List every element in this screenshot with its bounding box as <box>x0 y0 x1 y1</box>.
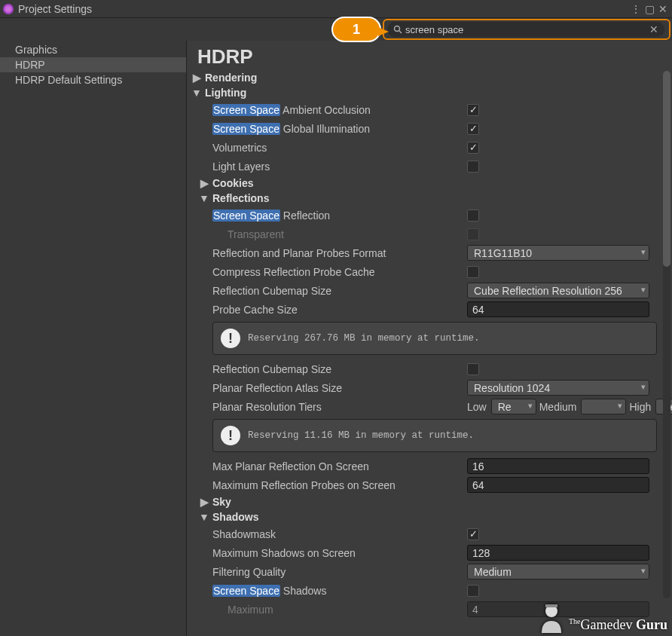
search-icon <box>393 25 402 34</box>
checkbox-refl-cubemap-2[interactable] <box>467 363 479 375</box>
tier-medium-label: Medium <box>539 401 577 413</box>
title-bar: Project Settings ⋮ ▢ ✕ <box>0 0 672 18</box>
sidebar-item-hdrp[interactable]: HDRP <box>0 57 186 72</box>
info-msg-2: Reserving 11.16 MB in memory at runtime. <box>248 430 474 441</box>
label-refl-cubemap-2: Reflection Cubemap Size <box>212 363 467 375</box>
section-rendering[interactable]: ▶Rendering <box>187 70 672 85</box>
label-filter-quality: Filtering Quality <box>212 566 467 578</box>
label-max-shadows: Maximum Shadows on Screen <box>212 547 467 559</box>
info-box-1: ! Reserving 267.76 MB in memory at runti… <box>212 322 657 355</box>
window-close-icon[interactable]: ✕ <box>657 3 669 15</box>
watermark-avatar-icon <box>539 601 564 633</box>
input-max-probes[interactable] <box>467 477 649 493</box>
section-lighting[interactable]: ▼Lighting <box>187 85 672 100</box>
tier-low-label: Low <box>467 401 487 413</box>
label-ss-gi: Screen Space Global Illumination <box>212 123 467 135</box>
label-ss-shadows: Screen Space Shadows <box>212 585 467 597</box>
label-planar-atlas: Planar Reflection Atlas Size <box>212 382 467 394</box>
clear-search-icon[interactable]: ✕ <box>649 23 658 35</box>
section-reflections[interactable]: ▼Reflections <box>187 191 672 206</box>
dropdown-refl-planar-format[interactable]: R11G11B10 <box>467 245 649 261</box>
tier-high-label: High <box>629 401 651 413</box>
search-box[interactable]: ✕ <box>387 22 664 37</box>
label-compress-cache: Compress Reflection Probe Cache <box>212 266 467 278</box>
panel-title: HDRP <box>187 41 672 70</box>
planar-tiers-group: Low Re Medium High Re <box>467 399 672 414</box>
sidebar-item-graphics[interactable]: Graphics <box>0 42 186 57</box>
dropdown-planar-atlas[interactable]: Resolution 1024 <box>467 380 649 396</box>
label-light-layers: Light Layers <box>212 161 467 173</box>
dropdown-filter-quality[interactable]: Medium <box>467 564 649 579</box>
callout-badge: 1 <box>331 17 381 42</box>
label-maximum-trunc: Maximum <box>228 604 467 616</box>
window-maximize-icon[interactable]: ▢ <box>643 3 655 15</box>
section-sky[interactable]: ▶Sky <box>187 494 672 509</box>
svg-rect-3 <box>545 604 557 607</box>
svg-point-0 <box>395 26 400 32</box>
checkbox-shadowmask[interactable] <box>467 528 479 540</box>
search-row: 1 ✕ <box>0 18 672 41</box>
label-probe-cache: Probe Cache Size <box>212 304 467 316</box>
label-max-planar: Max Planar Reflection On Screen <box>212 460 467 472</box>
label-refl-planar-format: Reflection and Planar Probes Format <box>212 247 467 259</box>
checkbox-ss-shadows[interactable] <box>467 585 479 597</box>
input-max-shadows[interactable] <box>467 545 649 561</box>
dropdown-refl-cubemap[interactable]: Cube Reflection Resolution 256 <box>467 283 649 298</box>
scrollbar[interactable] <box>663 71 670 598</box>
label-max-probes: Maximum Reflection Probes on Screen <box>212 479 467 491</box>
window-title: Project Settings <box>18 3 92 15</box>
label-transparent: Transparent <box>228 228 467 240</box>
dropdown-tier-medium[interactable] <box>581 399 626 414</box>
input-max-planar[interactable] <box>467 458 649 474</box>
sidebar-item-hdrp-default[interactable]: HDRP Default Settings <box>0 72 186 87</box>
label-volumetrics: Volumetrics <box>212 142 467 154</box>
info-msg-1: Reserving 267.76 MB in memory at runtime… <box>248 333 480 344</box>
label-ss-ao: Screen Space Ambient Occlusion <box>212 104 467 116</box>
checkbox-light-layers[interactable] <box>467 161 479 173</box>
info-box-2: ! Reserving 11.16 MB in memory at runtim… <box>212 419 657 452</box>
watermark: TheGamedev Guru <box>539 601 667 633</box>
checkbox-volumetrics[interactable] <box>467 142 479 154</box>
svg-line-1 <box>399 31 402 33</box>
info-icon: ! <box>221 426 240 445</box>
section-shadows[interactable]: ▼Shadows <box>187 509 672 524</box>
checkbox-ss-ao[interactable] <box>467 104 479 116</box>
label-planar-tiers: Planar Resolution Tiers <box>212 401 467 413</box>
checkbox-ss-gi[interactable] <box>467 123 479 135</box>
label-refl-cubemap: Reflection Cubemap Size <box>212 285 467 297</box>
dropdown-tier-low[interactable]: Re <box>491 399 536 414</box>
settings-sidebar: Graphics HDRP HDRP Default Settings <box>0 41 187 636</box>
input-probe-cache[interactable] <box>467 301 649 317</box>
section-cookies[interactable]: ▶Cookies <box>187 176 672 191</box>
settings-content: HDRP ▶Rendering ▼Lighting Screen Space A… <box>187 41 672 636</box>
info-icon: ! <box>221 329 240 348</box>
window-menu-icon[interactable]: ⋮ <box>630 3 642 15</box>
search-input[interactable] <box>405 24 649 35</box>
scrollbar-thumb[interactable] <box>663 71 670 267</box>
settings-gear-icon <box>3 4 14 14</box>
checkbox-compress-cache[interactable] <box>467 266 479 278</box>
checkbox-transparent[interactable] <box>467 228 479 240</box>
checkbox-ss-reflection[interactable] <box>467 209 479 222</box>
label-shadowmask: Shadowmask <box>212 528 467 540</box>
label-ss-reflection: Screen Space Reflection <box>212 209 467 222</box>
